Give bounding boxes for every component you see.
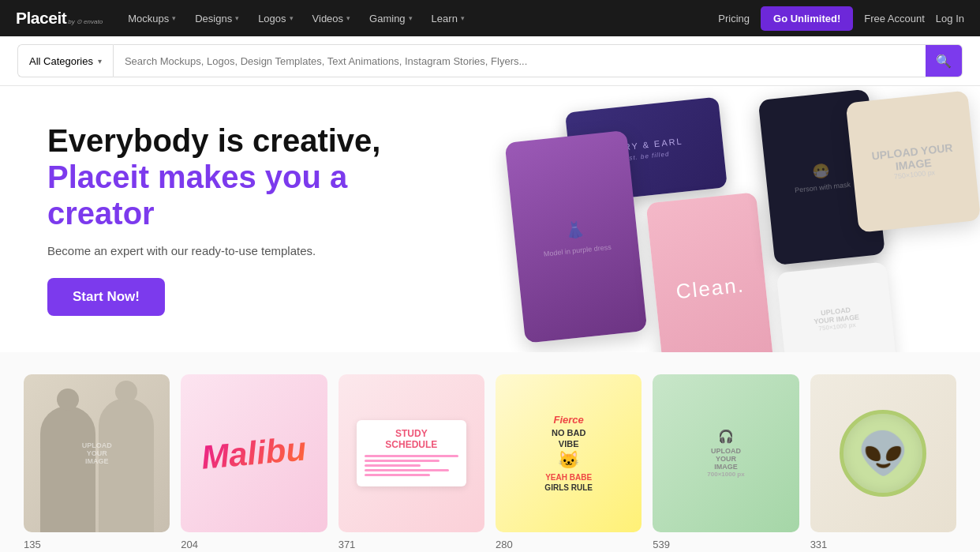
gallery-grid: UPLOADYOURIMAGE 135 Creators' Picks Mali… [24,374,956,552]
hero-section: Everybody is creative, Placeit makes you… [0,86,980,352]
gallery-thumb-2: Malibu [181,374,327,532]
login-link[interactable]: Log In [936,13,964,24]
logo-sub: by ⊙ envato [68,18,103,25]
gallery-count-4: 280 [496,539,641,550]
category-dropdown[interactable]: All Categories ▾ [17,44,113,77]
gallery-thumb-1: UPLOADYOURIMAGE [24,374,170,532]
nav-right: Pricing Go Unlimited! Free Account Log I… [718,6,964,31]
chevron-down-icon: ▾ [98,57,102,66]
gallery-count-2: 204 [181,539,327,550]
gallery-thumb-3: STUDYSCHEDULE [339,374,484,532]
free-account-link[interactable]: Free Account [864,13,925,24]
nav-items: Mockups ▾ Designs ▾ Logos ▾ Videos ▾ Gam… [118,0,718,36]
chevron-down-icon: ▾ [172,14,176,22]
go-unlimited-button[interactable]: Go Unlimited! [761,6,853,31]
nav-item-mockups[interactable]: Mockups ▾ [118,0,185,36]
gallery-count-5: 539 [653,539,799,550]
gallery-thumb-4: Fierce NO BAD VIBE 🐱 YEAH BABE GIRLS RUL… [496,374,641,532]
hero-subtitle: Become an expert with our ready-to-use t… [47,244,442,257]
category-label: All Categories [29,55,93,67]
hero-text: Everybody is creative, Placeit makes you… [47,122,442,316]
nav-label: Mockups [128,13,169,24]
search-bar-row: All Categories ▾ 🔍 [0,36,980,86]
logo[interactable]: Placeit by ⊙ envato [16,9,103,28]
chevron-down-icon: ▾ [235,14,239,22]
chevron-down-icon: ▾ [409,14,413,22]
search-input-wrap: 🔍 [113,44,963,77]
chevron-down-icon: ▾ [290,14,294,22]
hero-card-white-upload: UPLOAD YOUR IMAGE 750×1000 px [776,261,897,352]
hero-title: Everybody is creative, Placeit makes you… [47,122,442,231]
nav-label: Logos [258,13,286,24]
hero-card-dark-model: 😷 Person with mask [758,89,885,265]
gallery-thumb-6: 👽 [810,374,956,532]
hero-title-line3: creator [47,195,442,231]
gallery-count-6: 331 [810,539,956,550]
gallery-thumb-5: 🎧 UPLOAD YOUR IMAGE 700×1000 px [653,374,799,532]
logo-text: Placeit [16,9,66,28]
chevron-down-icon: ▾ [461,14,465,22]
gallery-section: UPLOADYOURIMAGE 135 Creators' Picks Mali… [0,352,980,552]
hero-card-purple-model: 👗 Model in purple dress [505,130,648,344]
gallery-count-1: 135 [24,539,170,550]
gallery-item-ai[interactable]: 🎧 UPLOAD YOUR IMAGE 700×1000 px 539 AI G… [653,374,799,552]
gallery-item-ufo[interactable]: 👽 331 UFO Templates [810,374,956,552]
start-now-button[interactable]: Start Now! [47,278,165,316]
nav-item-gaming[interactable]: Gaming ▾ [360,0,422,36]
gallery-item-creators-picks[interactable]: UPLOADYOURIMAGE 135 Creators' Picks [24,374,170,552]
hero-title-line1: Everybody is creative, [47,122,442,159]
search-icon: 🔍 [936,54,952,69]
nav-label: Gaming [369,13,406,24]
nav-item-logos[interactable]: Logos ▾ [249,0,302,36]
hero-title-line2: Placeit makes you a [47,159,442,195]
hero-card-beige: UPLOAD YOUR IMAGE 750×1000 px [846,90,980,232]
gallery-count-3: 371 [339,539,484,550]
nav-item-designs[interactable]: Designs ▾ [185,0,249,36]
nav-label: Designs [195,13,232,24]
hero-collage: GARY & EARL Est. be filled 👗 Model in pu… [482,86,980,352]
search-button[interactable]: 🔍 [926,44,962,77]
navbar: Placeit by ⊙ envato Mockups ▾ Designs ▾ … [0,0,980,36]
gallery-item-barbie[interactable]: Malibu 204 Barbie-Inspired Templates [181,374,327,552]
gallery-item-planner[interactable]: STUDYSCHEDULE 371 Planner Designs [339,374,484,552]
search-input[interactable] [114,55,926,67]
nav-label: Learn [432,13,458,24]
alien-icon: 👽 [840,410,926,497]
gallery-item-tote[interactable]: Fierce NO BAD VIBE 🐱 YEAH BABE GIRLS RUL… [496,374,641,552]
nav-item-learn[interactable]: Learn ▾ [422,0,474,36]
pricing-link[interactable]: Pricing [718,13,750,24]
nav-item-videos[interactable]: Videos ▾ [303,0,361,36]
hero-card-clean: Clean. [646,192,775,352]
nav-label: Videos [312,13,344,24]
chevron-down-icon: ▾ [346,14,350,22]
hero-card-gary: GARY & EARL Est. be filled [565,97,728,204]
